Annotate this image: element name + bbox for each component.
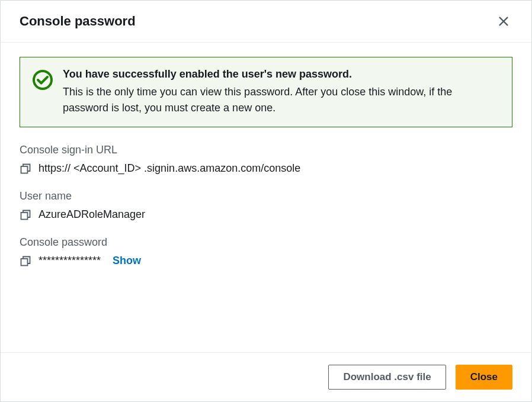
copy-icon[interactable] (20, 163, 31, 175)
copy-icon[interactable] (20, 209, 31, 221)
download-csv-button[interactable]: Download .csv file (328, 365, 446, 390)
success-alert: You have successfully enabled the user's… (20, 57, 512, 127)
alert-description: This is the only time you can view this … (63, 84, 500, 116)
signin-url-row: https:// <Account_ID> .signin.aws.amazon… (20, 162, 512, 175)
svg-rect-4 (21, 213, 28, 220)
alert-content: You have successfully enabled the user's… (63, 68, 500, 116)
svg-rect-5 (21, 259, 28, 266)
check-circle-icon (32, 68, 53, 116)
username-field: User name AzureADRoleManager (20, 190, 512, 221)
copy-icon[interactable] (20, 255, 31, 267)
username-value: AzureADRoleManager (39, 208, 145, 221)
password-row: *************** Show (20, 255, 512, 267)
signin-url-field: Console sign-in URL https:// <Account_ID… (20, 144, 512, 175)
modal-title: Console password (20, 14, 136, 29)
signin-url-value: https:// <Account_ID> .signin.aws.amazon… (39, 162, 300, 175)
password-value: *************** (39, 255, 101, 267)
alert-title: You have successfully enabled the user's… (63, 68, 500, 81)
close-icon[interactable] (495, 12, 512, 30)
username-row: AzureADRoleManager (20, 208, 512, 221)
password-label: Console password (20, 236, 512, 249)
password-field: Console password *************** Show (20, 236, 512, 267)
signin-url-label: Console sign-in URL (20, 144, 512, 156)
username-label: User name (20, 190, 512, 202)
console-password-modal: Console password You have successfully e… (0, 0, 532, 402)
show-password-link[interactable]: Show (113, 255, 141, 267)
svg-point-2 (34, 71, 52, 89)
close-button[interactable]: Close (456, 365, 512, 390)
svg-rect-3 (21, 166, 28, 173)
modal-header: Console password (1, 1, 531, 43)
modal-footer: Download .csv file Close (1, 352, 531, 401)
modal-body: You have successfully enabled the user's… (1, 43, 531, 352)
